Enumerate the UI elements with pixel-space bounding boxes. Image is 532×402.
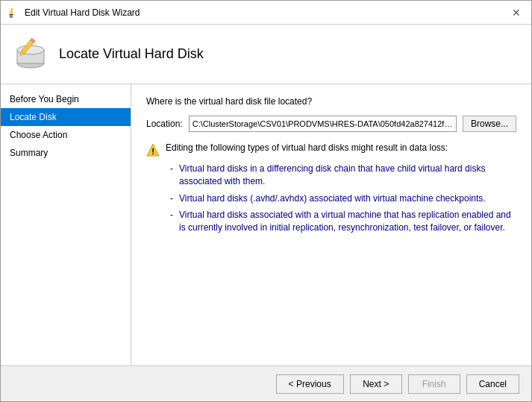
finish-button[interactable]: Finish <box>408 374 460 394</box>
warning-item-1: Virtual hard disks in a differencing dis… <box>170 163 516 188</box>
svg-rect-2 <box>11 8 13 14</box>
warning-list: Virtual hard disks in a differencing dis… <box>170 163 516 234</box>
location-row: Location: Browse... <box>146 116 516 132</box>
location-input[interactable] <box>189 116 457 132</box>
wizard-header: Locate Virtual Hard Disk <box>1 25 531 84</box>
browse-button[interactable]: Browse... <box>463 116 516 132</box>
warning-icon: ! <box>146 143 160 157</box>
warning-header: ! Editing the following types of virtual… <box>146 142 516 157</box>
sidebar-item-locate-disk[interactable]: Locate Disk <box>1 108 131 126</box>
warning-item-3: Virtual hard disks associated with a vir… <box>170 209 516 234</box>
warning-text: Editing the following types of virtual h… <box>166 142 448 153</box>
wizard-icon <box>8 7 20 19</box>
sidebar-item-summary[interactable]: Summary <box>1 144 131 162</box>
cancel-button[interactable]: Cancel <box>466 374 519 394</box>
next-button[interactable]: Next > <box>350 374 402 394</box>
footer: < Previous Next > Finish Cancel <box>1 365 531 401</box>
warning-box: ! Editing the following types of virtual… <box>146 142 516 234</box>
content-area: Before You Begin Locate Disk Choose Acti… <box>1 84 531 365</box>
warning-item-2: Virtual hard disks (.avhd/.avhdx) associ… <box>170 192 516 205</box>
main-panel: Where is the virtual hard disk file loca… <box>131 84 531 365</box>
wizard-window: Edit Virtual Hard Disk Wizard ✕ Locate V… <box>0 0 532 402</box>
close-button[interactable]: ✕ <box>509 5 524 20</box>
sidebar-item-choose-action[interactable]: Choose Action <box>1 126 131 144</box>
title-bar: Edit Virtual Hard Disk Wizard ✕ <box>1 1 531 25</box>
sidebar-item-before-you-begin[interactable]: Before You Begin <box>1 90 131 108</box>
window-title: Edit Virtual Hard Disk Wizard <box>25 7 140 18</box>
title-bar-left: Edit Virtual Hard Disk Wizard <box>8 7 140 19</box>
location-label: Location: <box>146 119 183 129</box>
wizard-header-title: Locate Virtual Hard Disk <box>59 46 204 62</box>
previous-button[interactable]: < Previous <box>276 374 344 394</box>
svg-rect-3 <box>9 14 13 15</box>
question-label: Where is the virtual hard disk file loca… <box>146 96 516 107</box>
header-icon <box>13 37 48 72</box>
svg-text:!: ! <box>151 147 154 156</box>
sidebar: Before You Begin Locate Disk Choose Acti… <box>1 84 131 365</box>
